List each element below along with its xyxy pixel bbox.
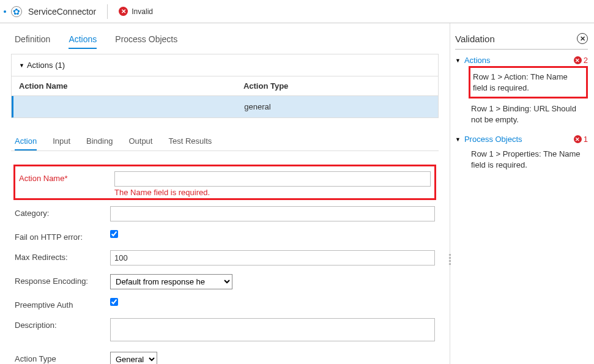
actions-panel-header[interactable]: ▼ Actions (1): [12, 54, 438, 76]
action-name-input[interactable]: [114, 171, 431, 187]
top-tabs: Definition Actions Process Objects: [11, 34, 439, 49]
response-encoding-label: Response Encoding:: [15, 274, 110, 286]
tab-input[interactable]: Input: [53, 136, 70, 150]
tab-definition[interactable]: Definition: [15, 34, 50, 49]
description-textarea[interactable]: [110, 318, 435, 341]
validation-item[interactable]: Row 1 > Properties: The Name field is re…: [469, 145, 588, 174]
caret-down-icon: ▼: [455, 136, 461, 143]
action-name-label: Action Name*: [19, 171, 114, 183]
max-redirects-label: Max Redirects:: [15, 250, 110, 262]
close-icon[interactable]: ✕: [577, 33, 588, 44]
description-label: Description:: [15, 318, 110, 330]
validation-group-header-actions[interactable]: ▼ Actions ✕ 2: [455, 54, 588, 66]
category-label: Category:: [15, 206, 110, 218]
category-input[interactable]: [110, 206, 435, 221]
error-icon: ✕: [574, 56, 582, 64]
preemptive-auth-label: Preemptive Auth: [15, 298, 110, 310]
caret-down-icon: ▼: [455, 58, 461, 64]
row-action-name: [13, 96, 237, 117]
actions-panel-title: Actions (1): [27, 61, 65, 70]
validation-item[interactable]: Row 1 > Action: The Name field is requir…: [469, 66, 588, 98]
divider: [107, 4, 108, 19]
fail-http-checkbox[interactable]: [110, 230, 118, 238]
page-title: ServiceConnector: [26, 7, 96, 17]
error-icon: ✕: [574, 135, 582, 143]
validation-pane: Validation ✕ ▼ Actions ✕ 2 Row 1 > Actio…: [450, 23, 594, 364]
col-action-type: Action Type: [236, 76, 438, 95]
validation-header: Validation ✕: [455, 33, 588, 50]
action-name-error: The Name field is required.: [114, 188, 431, 197]
validation-group-process-objects: ▼ Process Objects ✕ 1 Row 1 > Properties…: [455, 133, 588, 174]
row-action-type: general: [237, 96, 438, 117]
validation-group-label: Process Objects: [464, 135, 522, 144]
form-area: Action Name* The Name field is required.…: [11, 150, 439, 364]
col-action-name: Action Name: [12, 76, 236, 95]
tab-action[interactable]: Action: [15, 136, 37, 150]
service-connector-icon: ✿: [11, 6, 22, 17]
actions-panel: ▼ Actions (1) Action Name Action Type ge…: [11, 54, 439, 118]
tab-binding[interactable]: Binding: [86, 136, 113, 150]
preemptive-auth-checkbox[interactable]: [110, 298, 118, 306]
table-row[interactable]: general: [12, 96, 438, 117]
status-label: Invalid: [132, 7, 153, 16]
actions-table-header: Action Name Action Type: [12, 76, 438, 96]
action-type-label: Action Type: [15, 352, 110, 363]
validation-title: Validation: [455, 34, 495, 44]
detail-tabs: Action Input Binding Output Test Results: [11, 136, 439, 150]
action-type-select[interactable]: General: [110, 352, 157, 364]
tab-actions[interactable]: Actions: [69, 34, 97, 49]
tab-test-results[interactable]: Test Results: [168, 136, 212, 150]
caret-down-icon: ▼: [19, 62, 24, 69]
validation-item[interactable]: Row 1 > Binding: URL Should not be empty…: [469, 100, 588, 128]
fail-http-label: Fail on HTTP error:: [15, 230, 110, 242]
validation-count: ✕ 2: [574, 56, 588, 65]
header-bar: ✿ ServiceConnector ✕ Invalid: [0, 0, 594, 23]
validation-count: ✕ 1: [574, 135, 588, 144]
validation-group-header-process-objects[interactable]: ▼ Process Objects ✕ 1: [455, 133, 588, 145]
action-name-highlight: Action Name* The Name field is required.: [13, 165, 436, 200]
error-icon: ✕: [119, 7, 128, 16]
bullet-icon: [4, 10, 6, 13]
status-badge: ✕ Invalid: [119, 7, 153, 16]
response-encoding-select[interactable]: Default from response he: [110, 274, 232, 289]
tab-process-objects[interactable]: Process Objects: [115, 34, 177, 49]
validation-group-label: Actions: [464, 56, 491, 65]
tab-output[interactable]: Output: [128, 136, 152, 150]
max-redirects-input[interactable]: [110, 250, 435, 266]
main-pane: Definition Actions Process Objects ▼ Act…: [0, 23, 450, 364]
validation-group-actions: ▼ Actions ✕ 2 Row 1 > Action: The Name f…: [455, 54, 588, 128]
